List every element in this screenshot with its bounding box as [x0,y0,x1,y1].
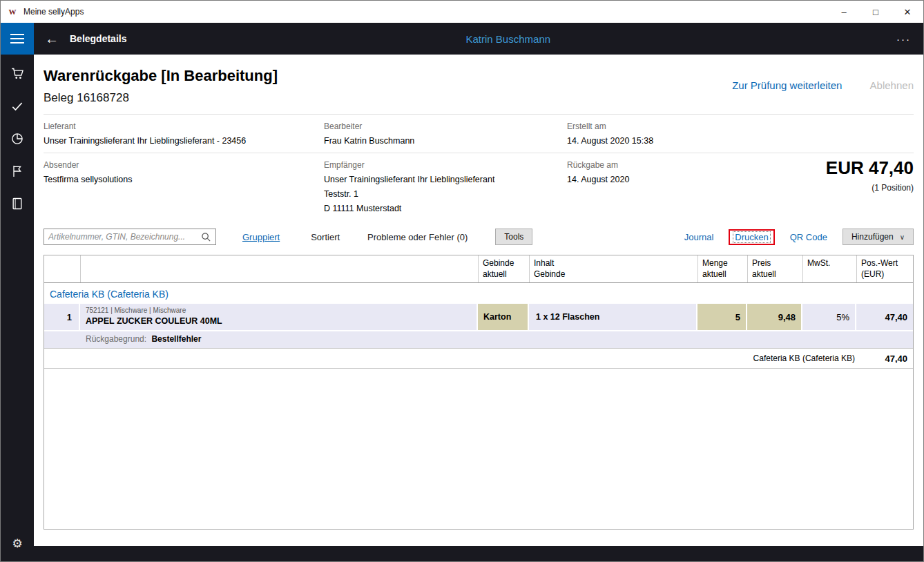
window-controls: – □ ✕ [828,1,923,23]
row-wert-cell: 47,40 [856,304,913,330]
search-input[interactable] [48,232,201,242]
reason-value: Bestellfehler [151,334,201,344]
positions-table: Gebinde aktuell Inhalt Gebinde Menge akt… [44,255,914,530]
row-preis-cell[interactable]: 9,48 [747,304,802,330]
page-title: Belegdetails [70,33,126,44]
col-header-line: aktuell [752,269,798,280]
article-name: APPEL ZUCKER COULEUR 40ML [86,316,471,326]
minimize-button[interactable]: – [828,1,860,23]
filter-probleme-link[interactable]: Probleme oder Fehler (0) [367,232,468,242]
hamburger-icon [10,33,24,44]
sidebar-item-flags[interactable] [1,155,34,187]
document-header: Warenrückgabe [In Bearbeitung] Beleg 161… [34,55,923,105]
info-value: Teststr. 1 [324,189,567,199]
info-absender: Absender Testfirma sellysolutions [44,160,324,213]
filter-gruppiert-link[interactable]: Gruppiert [242,232,280,242]
group-header[interactable]: Cafeteria KB (Cafeteria KB) [44,283,913,304]
col-wert: Pos.-Wert (EUR) [856,255,913,282]
col-header-line: Gebinde [483,258,525,269]
hinzufuegen-button[interactable]: Hinzufügen ∨ [843,229,914,245]
col-header-line: MwSt. [807,258,852,269]
info-label: Absender [44,160,324,170]
col-header-line: aktuell [702,269,743,280]
reason-label: Rückgabegrund: [86,334,146,344]
info-label: Empfänger [324,160,567,170]
app-header: ← Belegdetails Katrin Buschmann ··· [1,23,923,55]
summary-value: 47,40 [855,353,913,364]
info-label: Erstellt am [567,122,914,131]
back-button[interactable]: ← [39,31,64,47]
col-gebinde: Gebinde aktuell [478,255,529,282]
app-title: Meine sellyApps [23,7,84,17]
col-header-line: aktuell [483,269,525,280]
current-user-link[interactable]: Katrin Buschmann [466,33,551,45]
info-row-1: Lieferant Unser Trainingslieferant Ihr L… [44,115,914,146]
settings-button[interactable]: ⚙ [1,527,34,560]
pie-chart-icon [10,132,24,146]
search-icon [201,232,211,242]
col-preis: Preis aktuell [747,255,802,282]
info-row-2: Absender Testfirma sellysolutions Empfän… [44,153,914,213]
table-row[interactable]: 1 752121 | Mischware | Mischware APPEL Z… [44,304,913,330]
menu-button[interactable] [1,23,34,55]
close-button[interactable]: ✕ [892,1,923,23]
book-icon [10,197,24,211]
info-bearbeiter: Bearbeiter Frau Katrin Buschmann [324,122,567,146]
col-mwst: MwSt. [802,255,856,282]
col-menge: Menge aktuell [697,255,747,282]
total-amount: EUR 47,40 [826,157,914,179]
row-menge-cell[interactable]: 5 [697,304,747,330]
forward-for-review-action[interactable]: Zur Prüfung weiterleiten [732,79,842,91]
flag-icon [10,164,24,178]
maximize-button[interactable]: □ [860,1,892,23]
document-number: Beleg 16168728 [44,91,914,105]
qr-code-link[interactable]: QR Code [790,232,827,242]
toolbar-right: Journal Drucken QR Code Hinzufügen ∨ [684,229,914,245]
info-value: Testfirma sellysolutions [44,175,324,184]
row-gebinde-cell[interactable]: Karton [478,304,529,330]
journal-link[interactable]: Journal [684,232,714,242]
filter-sortiert-link[interactable]: Sortiert [311,232,340,242]
row-article-cell[interactable]: 752121 | Mischware | Mischware APPEL ZUC… [80,304,478,330]
info-value: D 11111 Musterstadt [324,204,567,213]
info-value: Frau Katrin Buschmann [324,136,567,146]
sidebar-item-statistics[interactable] [1,122,34,155]
col-inhalt: Inhalt Gebinde [529,255,697,282]
info-label: Lieferant [44,122,324,131]
table-empty-area [44,369,913,529]
check-icon [10,99,24,113]
row-inhalt-cell: 1 x 12 Flaschen [529,304,697,330]
hinzufuegen-button-label: Hinzufügen [851,232,894,242]
reason-text: Rückgabegrund: Bestellfehler [80,331,913,348]
sidebar-item-journal[interactable] [1,187,34,220]
footer-bar [34,546,923,561]
drucken-link[interactable]: Drucken [733,231,770,243]
app-window: W Meine sellyApps – □ ✕ ← Belegdetails K… [0,0,924,562]
app-logo-icon: W [7,6,18,17]
table-header-row: Gebinde aktuell Inhalt Gebinde Menge akt… [44,255,913,283]
row-position-number: 1 [44,304,80,330]
tools-button[interactable]: Tools [495,229,532,245]
more-options-button[interactable]: ··· [896,33,911,45]
col-article [80,255,478,282]
sidebar-item-cart[interactable] [1,57,34,90]
row-mwst-cell: 5% [802,304,856,330]
article-meta: 752121 | Mischware | Mischware [86,307,471,314]
sidebar-item-tasks[interactable] [1,90,34,122]
row-reason: Rückgabegrund: Bestellfehler [44,330,913,348]
col-header-line: Pos.-Wert [861,258,909,269]
article-search[interactable] [44,229,216,245]
info-erstellt-am: Erstellt am 14. August 2020 15:38 [567,122,914,146]
total-positions: (1 Position) [826,183,914,193]
reject-action[interactable]: Ablehnen [870,79,914,91]
cart-icon [10,66,25,81]
col-header-line: (EUR) [861,269,909,280]
gear-icon: ⚙ [12,536,22,551]
document-actions: Zur Prüfung weiterleiten Ablehnen [732,79,914,91]
document-total: EUR 47,40 (1 Position) [826,157,914,193]
info-empfaenger: Empfänger Unser Trainingslieferant Ihr L… [324,160,567,213]
tools-button-label: Tools [504,232,523,242]
reason-spacer [44,331,80,348]
col-header-line: Menge [702,258,743,269]
summary-label: Cafeteria KB (Cafeteria KB) [753,353,855,363]
